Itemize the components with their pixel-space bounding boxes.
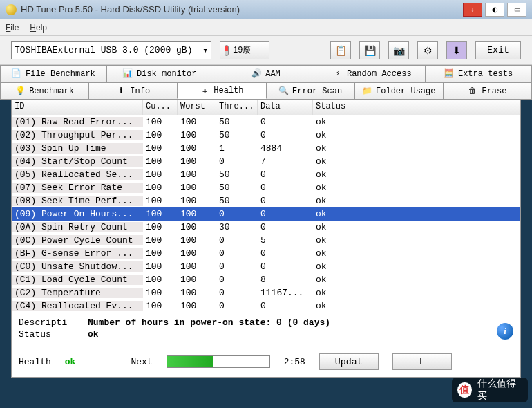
col-status[interactable]: Status xyxy=(313,100,368,115)
table-row[interactable]: (0A) Spin Retry Count100100300ok xyxy=(12,221,520,234)
table-row[interactable]: (07) Seek Error Rate100100500ok xyxy=(12,181,520,194)
cell-status: ok xyxy=(313,222,368,232)
footer-button-2[interactable]: L xyxy=(392,353,452,370)
col-worst[interactable]: Worst xyxy=(178,100,216,115)
table-row[interactable]: (C0) Unsafe Shutdow...10010000ok xyxy=(12,260,520,273)
tab-icon: 📊 xyxy=(123,69,133,79)
status-value: ok xyxy=(88,329,99,340)
copy-button[interactable]: 📋 xyxy=(330,41,351,59)
minimize-button[interactable]: ⬇ xyxy=(446,41,467,59)
cell-current: 100 xyxy=(143,288,178,298)
settings-button[interactable]: ⚙ xyxy=(417,41,438,59)
progress-fill xyxy=(167,356,213,367)
tab-label: AAM xyxy=(265,69,281,79)
tab-icon: 💡 xyxy=(15,86,25,96)
cell-status: ok xyxy=(313,248,368,259)
tab-benchmark[interactable]: 💡Benchmark xyxy=(0,82,89,99)
thermometer-icon xyxy=(225,45,229,56)
col-id[interactable]: ID xyxy=(12,100,143,115)
info-icon[interactable]: i xyxy=(497,323,513,340)
cell-worst: 100 xyxy=(178,209,216,219)
cell-data: 4884 xyxy=(258,143,313,154)
table-row[interactable]: (05) Reallocated Se...100100500ok xyxy=(12,168,520,181)
cell-data: 0 xyxy=(258,183,313,193)
table-row[interactable]: (01) Raw Read Error...100100500ok xyxy=(12,115,520,129)
cell-data: 0 xyxy=(258,196,313,206)
table-row[interactable]: (C4) Reallocated Ev...10010000ok xyxy=(12,299,520,313)
tab-health[interactable]: ✚Health xyxy=(177,82,266,99)
cell-worst: 100 xyxy=(178,301,216,311)
table-row[interactable]: (02) Throughput Per...100100500ok xyxy=(12,129,520,142)
tab-extra-tests[interactable]: 🧮Extra tests xyxy=(425,65,532,82)
cell-id: (04) Start/Stop Count xyxy=(12,156,143,167)
cell-status: ok xyxy=(313,288,368,298)
tab-error-scan[interactable]: 🔍Error Scan xyxy=(266,82,355,99)
desc-label: Descripti xyxy=(19,317,88,328)
table-row[interactable]: (08) Seek Time Perf...100100500ok xyxy=(12,194,520,207)
cell-data: 0 xyxy=(258,130,313,140)
col-threshold[interactable]: Thre... xyxy=(216,100,258,115)
tab-random-access[interactable]: ⚡Random Access xyxy=(319,65,426,82)
cell-id: (BF) G-sense Error ... xyxy=(12,248,143,259)
cell-threshold: 50 xyxy=(216,196,258,206)
cell-threshold: 50 xyxy=(216,130,258,140)
table-row[interactable]: (C1) Load Cycle Count10010008ok xyxy=(12,273,520,286)
cell-current: 100 xyxy=(143,222,178,232)
cell-id: (09) Power On Hours... xyxy=(12,209,143,219)
cell-status: ok xyxy=(313,261,368,272)
cell-threshold: 50 xyxy=(216,183,258,193)
table-row[interactable]: (0C) Power Cycle Count10010005ok xyxy=(12,234,520,247)
temperature-button[interactable]: 19癈 xyxy=(220,41,269,59)
cell-threshold: 50 xyxy=(216,169,258,180)
tab-disk-monitor[interactable]: 📊Disk monitor xyxy=(106,65,213,82)
cell-worst: 100 xyxy=(178,275,216,285)
tab-label: Error Scan xyxy=(292,86,342,96)
tab-label: Disk monitor xyxy=(137,69,196,79)
cell-current: 100 xyxy=(143,275,178,285)
update-button[interactable]: Updat xyxy=(319,353,379,370)
camera-button[interactable]: 📷 xyxy=(388,41,409,59)
tab-label: Benchmark xyxy=(29,86,74,96)
cell-current: 100 xyxy=(143,183,178,193)
table-row[interactable]: (09) Power On Hours...10010000ok xyxy=(12,207,520,221)
tab-icon: 🔊 xyxy=(251,69,261,79)
table-row[interactable]: (BF) G-sense Error ...10010000ok xyxy=(12,247,520,260)
menu-help[interactable]: Help xyxy=(30,23,47,33)
col-data[interactable]: Data xyxy=(258,100,313,115)
drive-select[interactable]: TOSHIBAExternal USB 3.0 (2000 gB) ▾ xyxy=(11,41,211,59)
table-row[interactable]: (C2) Temperature100100011167...ok xyxy=(12,286,520,299)
screenshot-button[interactable]: 💾 xyxy=(359,41,380,59)
cell-current: 100 xyxy=(143,130,178,140)
tab-aam[interactable]: 🔊AAM xyxy=(213,65,320,82)
cell-threshold: 0 xyxy=(216,209,258,219)
cell-data: 0 xyxy=(258,222,313,232)
table-row[interactable]: (04) Start/Stop Count10010007ok xyxy=(12,155,520,168)
cell-id: (05) Reallocated Se... xyxy=(12,169,143,180)
cell-worst: 100 xyxy=(178,169,216,180)
cell-worst: 100 xyxy=(178,288,216,298)
tab-erase[interactable]: 🗑Erase xyxy=(443,82,532,99)
footer: Health ok Next 2:58 Updat L xyxy=(12,346,520,377)
tab-folder-usage[interactable]: 📁Folder Usage xyxy=(354,82,444,99)
titlebar-btn[interactable]: ◐ xyxy=(485,3,504,17)
cell-status: ok xyxy=(313,117,368,127)
cell-id: (C0) Unsafe Shutdow... xyxy=(12,261,143,272)
tab-info[interactable]: ℹInfo xyxy=(88,82,178,99)
menu-file[interactable]: File xyxy=(6,23,19,33)
tab-label: Health xyxy=(213,86,243,95)
exit-button[interactable]: Exit xyxy=(475,41,521,59)
tab-file-benchmark[interactable]: 📄File Benchmark xyxy=(0,65,107,82)
col-current[interactable]: Cu... xyxy=(143,100,178,115)
tab-icon: 🧮 xyxy=(444,69,454,79)
next-label: Next xyxy=(131,357,152,367)
tab-icon: ⚡ xyxy=(333,69,343,79)
dropdown-icon: ▾ xyxy=(198,45,208,56)
list-body[interactable]: (01) Raw Read Error...100100500ok(02) Th… xyxy=(12,115,520,313)
table-row[interactable]: (03) Spin Up Time10010014884ok xyxy=(12,142,520,155)
titlebar-btn[interactable]: ▭ xyxy=(507,3,526,17)
cell-current: 100 xyxy=(143,301,178,311)
menubar: File Help xyxy=(0,19,532,36)
cell-threshold: 0 xyxy=(216,261,258,272)
cell-data: 0 xyxy=(258,248,313,259)
titlebar-btn[interactable]: ↓ xyxy=(463,3,482,17)
